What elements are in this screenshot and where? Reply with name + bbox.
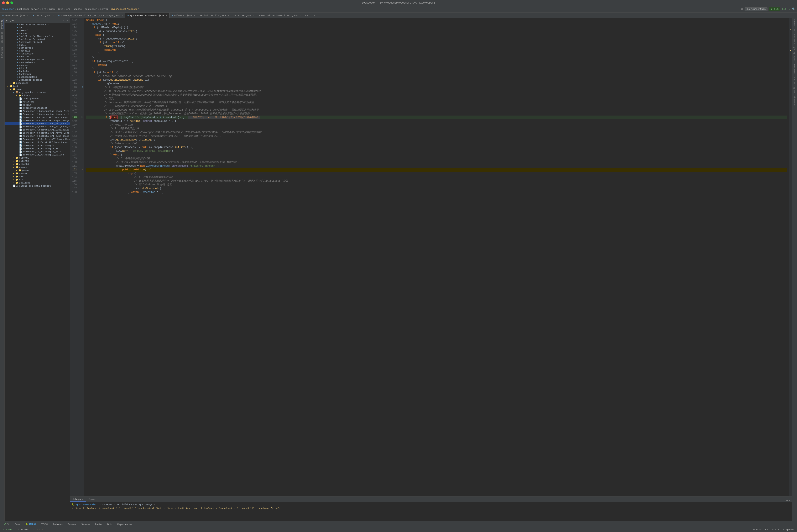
tree-item-zookeepermain[interactable]: ● ZooKeeperMain (4, 76, 70, 79)
tree-item-orgapache[interactable]: ▾ 📦 org.apache.zookeeper (4, 91, 70, 94)
toolbar-run-config[interactable]: QuorumPeerMain (745, 7, 767, 11)
tab-close-testxx[interactable]: ✕ (52, 14, 54, 17)
tree-item-zkclientconfigtest[interactable]: 📄 ZKClientConfigTest (4, 107, 70, 110)
tree-item-test[interactable]: ▾ 📁 test (4, 84, 70, 88)
bc-server[interactable]: server (100, 8, 108, 11)
tree-item-zk9[interactable]: 📄 ZooKeeper_9_SetData_API_Sync_Usage (4, 134, 70, 137)
tab-close-sync[interactable]: ✕ (166, 14, 167, 17)
tab-serialize[interactable]: SerializeUtils.java ✕ (198, 13, 231, 18)
tree-item-zkclient[interactable]: ▸ 📁 zkclient (4, 181, 70, 184)
tab-close-zkdatabase[interactable]: ✕ (27, 14, 29, 17)
debug-button[interactable]: 🐛 Debug (24, 522, 38, 526)
tab-zk5[interactable]: ● ZooKeeper_5_GetChildren_API_Sync_Usage… (56, 13, 125, 18)
git-button[interactable]: ⎇ Git (2, 522, 11, 526)
toolbar-git[interactable]: Git: ✓ (782, 8, 790, 11)
tree-item-watchedevent[interactable]: ● WatchedEvent (4, 61, 70, 64)
tree-item-saslclient[interactable]: ● SaslClientCallbackHandler (4, 35, 70, 38)
tree-item-zkutil[interactable]: ● ZKUtil (4, 67, 70, 70)
tree-item-zk5[interactable]: 📄 ZooKeeper_5_GetChildren_API_Sync_Usag (4, 122, 70, 125)
debugger-tab[interactable]: Debugger (70, 497, 86, 502)
tree-item-zk15[interactable]: 📄 ZooKeeper_15_AuthSample_Delete (4, 153, 70, 156)
services-button[interactable]: Services (79, 522, 91, 526)
tree-item-zk10[interactable]: 📄 ZooKeeper_10_SetData_API_Async_Usage (4, 137, 70, 141)
status-lf[interactable]: LF (764, 529, 769, 531)
tree-item-resources[interactable]: ▸ 📁 resources (4, 81, 70, 84)
bc-zookeeper2[interactable]: zookeeper (85, 8, 97, 11)
status-indent[interactable]: 4 spaces (782, 529, 795, 531)
toolbar-search[interactable]: 🔍 (792, 7, 795, 11)
maven-icon[interactable]: Maven (794, 19, 796, 25)
tree-item-multitransactionrecord[interactable]: ● MultiTransactionRecord (4, 23, 70, 26)
tree-item-saslserver[interactable]: ● SaslServerPrincipal (4, 38, 70, 41)
bc-zookeeper-server[interactable]: zookeeper-server (17, 8, 39, 11)
tab-re[interactable]: Re... ✕ (303, 13, 318, 18)
bc-zookeeper[interactable]: zookeeper (2, 8, 14, 11)
tree-item-shell[interactable]: ● Shell (4, 44, 70, 46)
tree-item-zk12[interactable]: 📄 ZooKeeper_12_AuthSample (4, 144, 70, 147)
status-branch[interactable]: ⎇ master (16, 528, 30, 531)
tree-item-test2[interactable]: ▸ 📁 test (4, 175, 70, 178)
bc-src[interactable]: src (42, 8, 46, 11)
bottom-close-icon[interactable]: ✕ (789, 499, 790, 502)
tree-item-zk7[interactable]: 📄 ZooKeeper_7_GetData_API_Sync_Usage (4, 128, 70, 131)
tab-close-filesnap[interactable]: ✕ (194, 14, 195, 17)
bc-java[interactable]: java (58, 8, 63, 11)
tree-item-zookeeper[interactable]: ● ZooKeeper (4, 73, 70, 76)
tree-item-zk8[interactable]: 📄 ZooKeeper_8_GetData_API_Async_Usage (4, 131, 70, 134)
code-content[interactable]: while (true) { Request si = null; if (to… (84, 18, 789, 496)
project-menu[interactable]: ▾ (63, 19, 65, 22)
tab-close-deserial[interactable]: ✕ (300, 14, 301, 17)
tab-filesnap[interactable]: ● FileSnap.java ✕ (169, 13, 197, 18)
tree-item-paxos1[interactable]: ▸ 📁 paxos1 (4, 169, 70, 172)
tree-item-java[interactable]: ▾ 📁 java (4, 88, 70, 91)
cover-button[interactable]: Cover (13, 522, 22, 526)
project-settings-icon[interactable]: ⚙ (67, 19, 68, 22)
tree-item-client1[interactable]: ▸ 📁 client1 (4, 156, 70, 159)
rest-services-icon[interactable]: RestServices (794, 29, 796, 44)
tree-item-zk4[interactable]: 📄 ZooKeeper_4_Create_API_Async_Usage (4, 119, 70, 122)
tree-item-zk3[interactable]: 📄 ZooKeeper_3_Create_API_Sync_usage (4, 116, 70, 119)
tree-item-util[interactable]: ▸ 📁 util (4, 178, 70, 181)
tab-zkdatabase[interactable]: ● ZKDatabase.java ✕ (0, 13, 31, 18)
bc-main[interactable]: main (49, 8, 55, 11)
tree-item-zk13[interactable]: 📄 ZooKeeper_13_AuthSample_Get (4, 147, 70, 150)
maximize-button[interactable] (11, 1, 13, 4)
tree-item-opresult[interactable]: ● OpResult (4, 29, 70, 32)
tree-item-zk6[interactable]: 📄 ZooKeeper_6_GetChildren_API_Sync_Usag (4, 125, 70, 128)
tab-close-zk5[interactable]: ✕ (122, 14, 123, 17)
tab-deserial[interactable]: DeserializationPerfTest.java ✕ (257, 13, 303, 18)
tree-item-client2[interactable]: ▸ 📁 client2 (4, 159, 70, 163)
tree-item-quotas[interactable]: ● Quotas (4, 32, 70, 35)
bc-org[interactable]: org (66, 8, 71, 11)
tab-close-serialize[interactable]: ✕ (228, 14, 229, 17)
bookmarks-icon[interactable]: Bookmarks (1, 31, 4, 44)
todo-button[interactable]: TODO (40, 522, 50, 526)
bc-class[interactable]: SyncRequestProcessor (111, 8, 139, 11)
bc-apache[interactable]: apache (73, 8, 82, 11)
project-icon[interactable]: Project (0, 19, 4, 29)
structure-icon[interactable]: Structure (1, 46, 4, 58)
tree-item-watchdereg[interactable]: ● WatchDeregistration (4, 58, 70, 61)
tree-item-testxx[interactable]: 📄 TestXX (4, 103, 70, 107)
bottom-settings-icon[interactable]: ⚙ (786, 499, 788, 502)
status-git[interactable]: ✓ ✓ Git (2, 528, 13, 531)
mybatis-icon[interactable]: Mybatis Sql (794, 47, 796, 60)
build-button[interactable]: Build (106, 522, 114, 526)
toolbar-build-icon[interactable]: ⚙ (741, 7, 743, 11)
tree-item-client3[interactable]: ▸ 📁 client3 (4, 163, 70, 166)
tree-item-configcenter[interactable]: 📄 ConfigCenter (4, 97, 70, 100)
coverage-icon[interactable]: Coverage (794, 96, 796, 106)
tree-item-zk1[interactable]: 📄 ZooKeeper_1_Constructor_Usage_Simple1 (4, 110, 70, 113)
tree-item-simple[interactable]: 📄 A_simple_get_data_request (4, 184, 70, 187)
dependencies-button[interactable]: Dependencies (116, 522, 133, 526)
notifications-icon[interactable]: Notifications (794, 77, 796, 93)
tree-item-testable[interactable]: ● Testable (4, 50, 70, 52)
close-button[interactable] (2, 1, 5, 4)
console-tab[interactable]: Console (86, 497, 101, 502)
terminal-button[interactable]: Terminal (66, 522, 78, 526)
tree-item-zoodefs[interactable]: ● ZooDefs (4, 70, 70, 73)
status-position[interactable]: 148:29 (752, 529, 762, 531)
tree-item-zk14[interactable]: 📄 ZooKeeper_14_AuthSample_Get2 (4, 150, 70, 153)
tree-item-transaction[interactable]: ● Transaction (4, 52, 70, 55)
problems-button[interactable]: Problems (51, 522, 64, 526)
